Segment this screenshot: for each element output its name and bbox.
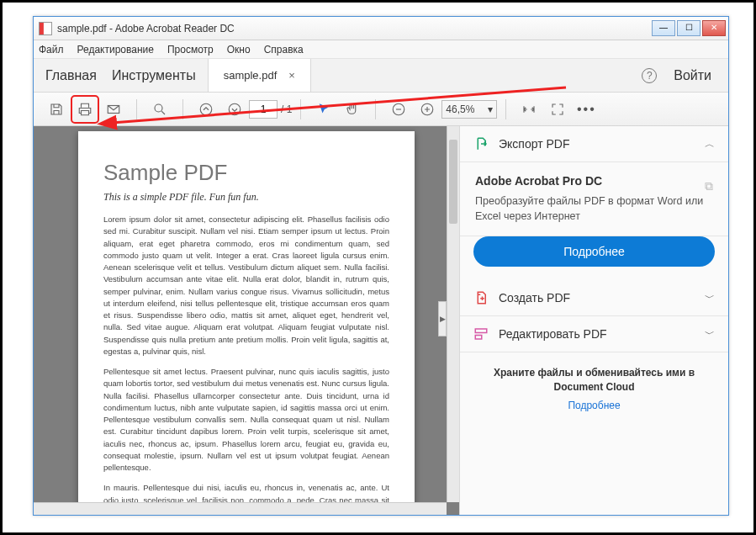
tab-tools[interactable]: Инструменты	[112, 68, 196, 83]
doc-paragraph: Pellentesque sit amet lectus. Praesent p…	[103, 366, 389, 474]
export-icon	[473, 136, 489, 151]
application-window: sample.pdf - Adobe Acrobat Reader DC — ☐…	[33, 16, 729, 516]
login-button[interactable]: Войти	[674, 68, 711, 83]
svg-point-2	[200, 103, 212, 115]
more-tools-icon[interactable]: •••	[575, 98, 597, 120]
page-up-icon[interactable]	[195, 98, 217, 120]
export-label: Экспорт PDF	[499, 137, 705, 151]
menubar: Файл Редактирование Просмотр Окно Справк…	[34, 40, 728, 59]
side-panel-footer: Храните файлы и обменивайтесь ими в Docu…	[460, 352, 728, 425]
window-title: sample.pdf - Adobe Acrobat Reader DC	[57, 23, 650, 34]
zoom-out-icon[interactable]	[388, 98, 410, 120]
minimize-button[interactable]: —	[652, 20, 675, 36]
doc-paragraph: Lorem ipsum dolor sit amet, consectetur …	[103, 214, 389, 358]
chevron-down-icon: ﹀	[705, 291, 715, 305]
tab-home[interactable]: Главная	[45, 68, 97, 83]
export-description: Преобразуйте файлы PDF в формат Word или…	[475, 194, 713, 224]
svg-point-3	[229, 103, 241, 115]
menu-window[interactable]: Окно	[227, 44, 251, 56]
close-button[interactable]: ✕	[702, 20, 726, 36]
export-more-button[interactable]: Подробнее	[473, 236, 715, 267]
chevron-up-icon: ︿	[705, 137, 715, 151]
zoom-value: 46,5%	[446, 103, 474, 115]
document-tab-label: sample.pdf	[224, 69, 278, 82]
print-button-highlight	[71, 95, 99, 124]
content-area: Sample PDF This is a simple PDF file. Fu…	[34, 126, 728, 515]
horizontal-scrollbar[interactable]	[34, 502, 447, 515]
tools-side-panel: Экспорт PDF ︿ Adobe Acrobat Pro DC ⧉ Пре…	[459, 126, 728, 515]
titlebar: sample.pdf - Adobe Acrobat Reader DC — ☐…	[34, 17, 728, 40]
footer-text: Храните файлы и обменивайтесь ими в Docu…	[473, 366, 715, 395]
doc-subheading: This is a simple PDF file. Fun fun fun.	[103, 191, 389, 204]
document-tab[interactable]: sample.pdf ×	[208, 59, 311, 92]
create-pdf-tool[interactable]: Создать PDF ﹀	[460, 280, 728, 316]
app-icon	[39, 22, 52, 35]
page-number-input[interactable]	[249, 100, 278, 119]
vertical-scrollbar[interactable]	[447, 126, 459, 502]
footer-link[interactable]: Подробнее	[473, 400, 715, 411]
edit-pdf-label: Редактировать PDF	[499, 327, 705, 341]
zoom-in-icon[interactable]	[416, 98, 438, 120]
export-body: Adobe Acrobat Pro DC ⧉ Преобразуйте файл…	[460, 162, 728, 236]
edit-pdf-tool[interactable]: Редактировать PDF ﹀	[460, 316, 728, 352]
tabsbar: Главная Инструменты sample.pdf × ? Войти	[34, 59, 728, 93]
primary-tabs: Главная Инструменты	[34, 59, 208, 92]
close-tab-icon[interactable]: ×	[288, 69, 295, 82]
menu-help[interactable]: Справка	[264, 44, 304, 56]
document-viewport[interactable]: Sample PDF This is a simple PDF file. Fu…	[34, 126, 459, 515]
fit-page-icon[interactable]	[547, 98, 568, 120]
export-brand: Adobe Acrobat Pro DC	[475, 174, 713, 188]
hand-tool-icon[interactable]	[341, 98, 363, 120]
chevron-down-icon: ▾	[488, 103, 493, 115]
selection-tool-icon[interactable]	[313, 98, 335, 120]
menu-edit[interactable]: Редактирование	[77, 44, 154, 56]
help-icon[interactable]: ?	[642, 68, 657, 83]
window-controls: — ☐ ✕	[650, 21, 728, 36]
collapse-side-panel-handle[interactable]: ▶	[438, 301, 447, 336]
menu-file[interactable]: Файл	[39, 44, 64, 56]
edit-pdf-icon	[473, 326, 489, 342]
export-pdf-tool[interactable]: Экспорт PDF ︿	[460, 126, 728, 162]
svg-point-1	[155, 104, 162, 112]
toolbar: / 1 46,5% ▾ •••	[34, 93, 728, 126]
chevron-down-icon: ﹀	[705, 327, 715, 342]
fit-width-icon[interactable]	[518, 98, 540, 120]
print-icon[interactable]	[74, 98, 96, 120]
create-pdf-label: Создать PDF	[499, 291, 705, 305]
page-down-icon[interactable]	[224, 98, 246, 120]
copy-icon[interactable]: ⧉	[705, 179, 713, 193]
zoom-combo[interactable]: 46,5% ▾	[441, 100, 497, 119]
doc-heading: Sample PDF	[103, 160, 389, 186]
pdf-page: Sample PDF This is a simple PDF file. Fu…	[78, 131, 415, 515]
create-pdf-icon	[473, 290, 489, 305]
search-icon[interactable]	[149, 98, 171, 120]
email-icon[interactable]	[103, 98, 124, 120]
svg-rect-7	[475, 336, 482, 340]
maximize-button[interactable]: ☐	[677, 20, 700, 36]
save-icon[interactable]	[45, 98, 67, 120]
menu-view[interactable]: Просмотр	[167, 44, 214, 56]
svg-rect-6	[475, 329, 487, 333]
page-total-label: / 1	[281, 103, 292, 115]
